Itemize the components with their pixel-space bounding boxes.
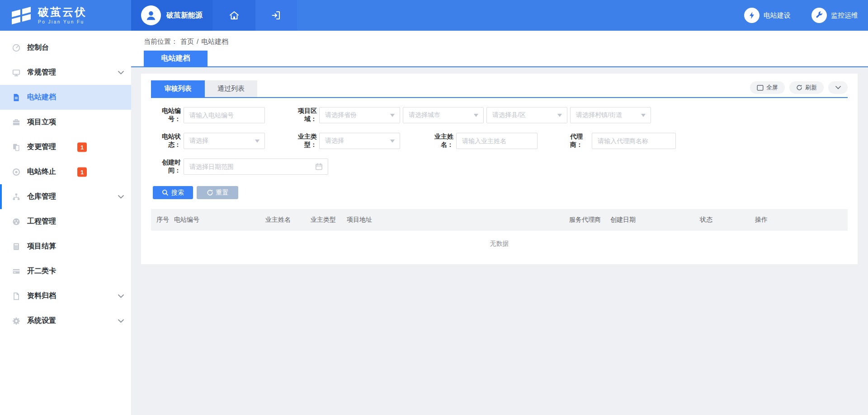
- stop-icon: [11, 167, 21, 177]
- copy-icon: [11, 142, 21, 152]
- agent-label: 代理商：: [561, 133, 583, 149]
- agent-input[interactable]: [592, 133, 676, 149]
- reset-button[interactable]: 重置: [197, 186, 238, 199]
- breadcrumb-bar: 当前位置： 首页 / 电站建档 电站建档: [131, 31, 868, 67]
- sidebar-item-console[interactable]: 控制台: [0, 35, 131, 60]
- col-owner-type: 业主类型: [311, 216, 347, 224]
- wrench-icon: [811, 8, 827, 23]
- home-icon: [229, 10, 240, 21]
- station-status-label: 电站状态：: [151, 133, 181, 149]
- chevron-down-icon: [835, 86, 841, 89]
- sidebar-item-station-archive[interactable]: 电站建档: [0, 85, 131, 110]
- tab-review-list[interactable]: 审核列表: [151, 80, 205, 97]
- owner-name-input[interactable]: [456, 133, 538, 149]
- sidebar-item-project-settlement[interactable]: 项目结算: [0, 234, 131, 259]
- chevron-down-icon: [118, 294, 124, 298]
- panel-tabs: 审核列表 通过列表: [151, 74, 848, 98]
- owner-type-select[interactable]: 请选择: [319, 133, 400, 149]
- card-icon: [11, 266, 21, 276]
- sidebar-item-project-initiation[interactable]: 项目立项: [0, 110, 131, 135]
- lightning-icon: [744, 8, 760, 23]
- col-service-agent: 服务代理商: [569, 216, 610, 224]
- owner-name-label: 业主姓名：: [425, 133, 453, 149]
- chevron-down-icon: [118, 319, 124, 323]
- sidebar-item-data-archive[interactable]: 资料归档: [0, 284, 131, 308]
- top-header: 破茧云伏 Po Jian Yun Fu 破茧新能源: [0, 0, 868, 31]
- form-actions: 搜索 重置: [153, 186, 848, 199]
- col-actions: 操作: [755, 216, 848, 224]
- main-area: 当前位置： 首页 / 电站建档 电站建档 审核列表 通过列表 全: [131, 31, 868, 415]
- dashboard-icon: [11, 43, 21, 53]
- refresh-icon: [796, 84, 802, 91]
- current-user[interactable]: 破茧新能源: [131, 0, 212, 31]
- form-row-1: 电站编号： 项目区域： 请选择省份 请选择城市 请选择县/区 请选择村镇/街道: [151, 107, 848, 123]
- caret-down-icon: [641, 114, 646, 117]
- user-name: 破茧新能源: [166, 11, 203, 20]
- sidebar-item-warehouse-management[interactable]: 仓库管理: [0, 184, 131, 209]
- breadcrumb-separator: /: [197, 37, 198, 46]
- logout-icon: [271, 10, 282, 21]
- sidebar-item-second-class-card[interactable]: 开二类卡: [0, 259, 131, 284]
- breadcrumb-prefix: 当前位置：: [144, 37, 178, 46]
- nav-monitoring-ops[interactable]: 监控运维: [811, 8, 858, 23]
- county-select[interactable]: 请选择县/区: [486, 107, 567, 123]
- panel-toolbar: 全屏 刷新: [750, 81, 848, 94]
- region-label: 项目区域：: [288, 107, 317, 123]
- calculator-icon: [11, 242, 21, 252]
- form-row-3: 创建时间：: [151, 159, 848, 175]
- brand: 破茧云伏 Po Jian Yun Fu: [0, 0, 131, 31]
- panel: 审核列表 通过列表 全屏 刷新: [141, 74, 858, 264]
- breadcrumb: 当前位置： 首页 / 电站建档: [144, 37, 228, 46]
- page-tab-station-archive[interactable]: 电站建档: [144, 51, 208, 66]
- fullscreen-button[interactable]: 全屏: [750, 81, 785, 94]
- collapse-panel-button[interactable]: [828, 81, 848, 94]
- brand-subtitle: Po Jian Yun Fu: [38, 19, 87, 24]
- chevron-down-icon: [118, 71, 124, 75]
- app-root: 破茧云伏 Po Jian Yun Fu 破茧新能源: [0, 0, 868, 415]
- table-empty-state: 无数据: [151, 231, 848, 257]
- date-range-input[interactable]: [184, 159, 328, 175]
- breadcrumb-home[interactable]: 首页: [180, 37, 194, 46]
- sitemap-icon: [11, 192, 21, 202]
- station-code-input[interactable]: [184, 107, 265, 123]
- breadcrumb-current: 电站建档: [201, 37, 228, 46]
- town-select[interactable]: 请选择村镇/街道: [570, 107, 651, 123]
- brand-title: 破茧云伏: [38, 6, 87, 18]
- table-header: 序号 电站编号 业主姓名 业主类型 项目地址 服务代理商 创建日期 状态 操作: [151, 209, 848, 231]
- nav-label: 监控运维: [831, 11, 858, 20]
- calendar-icon: [315, 163, 323, 171]
- province-select[interactable]: 请选择省份: [319, 107, 400, 123]
- station-status-select[interactable]: 请选择: [184, 133, 265, 149]
- search-icon: [162, 189, 169, 196]
- gauge-icon: [11, 217, 21, 227]
- sidebar-item-station-termination[interactable]: 电站终止 1: [0, 159, 131, 184]
- col-created-date: 创建日期: [610, 216, 700, 224]
- sidebar-item-engineering-management[interactable]: 工程管理: [0, 209, 131, 234]
- logout-button[interactable]: [255, 0, 297, 31]
- search-button[interactable]: 搜索: [153, 186, 193, 199]
- caret-down-icon: [390, 114, 395, 117]
- count-badge: 1: [77, 142, 87, 152]
- col-index: 序号: [156, 216, 174, 224]
- brand-logo-icon: [11, 6, 32, 25]
- date-range-field: [184, 159, 328, 175]
- refresh-button[interactable]: 刷新: [789, 81, 824, 94]
- city-select[interactable]: 请选择城市: [403, 107, 484, 123]
- home-button[interactable]: [212, 0, 255, 31]
- caret-down-icon: [557, 114, 562, 117]
- caret-down-icon: [255, 140, 259, 143]
- avatar: [141, 5, 161, 25]
- sidebar-item-system-settings[interactable]: 系统设置: [0, 308, 131, 333]
- station-code-label: 电站编号：: [151, 107, 181, 123]
- document-icon: [11, 93, 21, 103]
- sidebar-item-general-management[interactable]: 常规管理: [0, 60, 131, 85]
- user-icon: [145, 9, 157, 21]
- sidebar-item-change-management[interactable]: 变更管理 1: [0, 135, 131, 159]
- archive-icon: [11, 291, 21, 301]
- caret-down-icon: [474, 114, 478, 117]
- monitor-icon: [11, 68, 21, 78]
- owner-type-label: 业主类型：: [288, 133, 317, 149]
- content: 审核列表 通过列表 全屏 刷新: [131, 67, 868, 264]
- nav-station-construction[interactable]: 电站建设: [744, 8, 791, 23]
- tab-passed-list[interactable]: 通过列表: [205, 80, 257, 97]
